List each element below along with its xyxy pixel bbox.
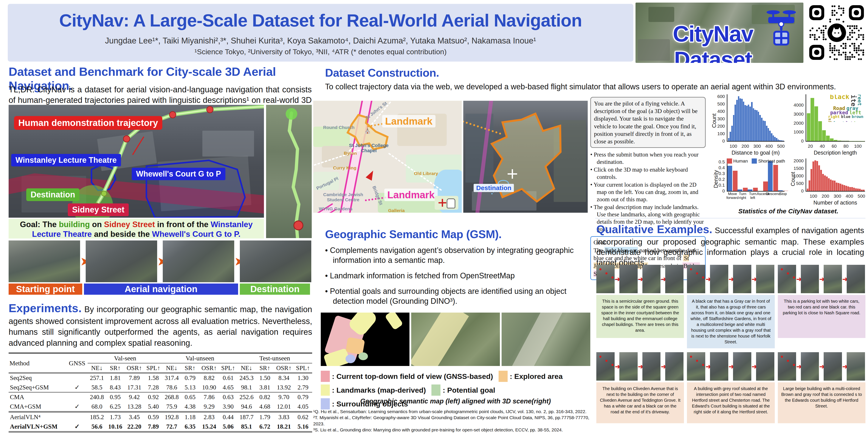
value-cell: 6.25 xyxy=(106,402,124,412)
series-bar xyxy=(727,166,732,191)
x-axis-label: Distance to goal (m) xyxy=(727,150,784,156)
x-tick-label: 200 xyxy=(741,144,749,149)
value-cell: 0.63 xyxy=(219,392,237,402)
y-tick-label: 0.2 xyxy=(719,177,725,182)
red-dot xyxy=(787,272,789,275)
qualitative-thumb xyxy=(801,265,819,293)
map-place-label: Curry King xyxy=(333,165,356,170)
strip-trajectory-overlay xyxy=(266,105,312,238)
red-arrow-icon: ➔ xyxy=(638,275,642,283)
y-tick-label: 0 xyxy=(801,138,804,144)
y-tick-label: 400 xyxy=(717,109,725,114)
red-dot xyxy=(606,272,608,275)
qualitative-card: ➔➔➔This is a parking lot with two white … xyxy=(778,265,865,348)
histogram-bar xyxy=(771,133,772,141)
y-tick-label: 3000 xyxy=(794,112,804,117)
word-cloud: buildingcarparkingblackwhiteStreetRoadgr… xyxy=(827,95,865,122)
qualitative-thumbs: ➔➔➔ xyxy=(596,265,684,293)
red-dot xyxy=(696,272,698,275)
experiments-heading: Experiments. xyxy=(9,302,82,314)
table-row: Human9.189.3196.4060.179.488.3995.5462.6… xyxy=(9,432,312,434)
map-controls[interactable] xyxy=(435,196,458,210)
histogram-bar xyxy=(832,180,834,191)
red-dot xyxy=(787,360,789,362)
histogram-bar xyxy=(730,132,731,141)
value-cell: 8.43 xyxy=(106,382,124,392)
qualitative-thumb xyxy=(665,265,683,293)
histogram-bar xyxy=(843,185,845,191)
value-cell: 58.5 xyxy=(88,382,106,392)
scene-destination-label: Destination xyxy=(474,184,514,192)
dataset-statistics: 0100200300400500600100200300400500Distan… xyxy=(709,90,868,215)
histogram-bar xyxy=(764,121,766,141)
strip-path xyxy=(289,113,299,238)
qualitative-caption: This is a semicircular green ground. thi… xyxy=(596,295,684,338)
method-cell: Seq2Seq xyxy=(9,373,66,383)
legend-swatch xyxy=(727,158,732,164)
value-cell: 4.05 xyxy=(294,402,312,412)
metric-header: SPL↑ xyxy=(219,363,237,373)
word-cloud-word: blue xyxy=(841,115,850,118)
poster: CityNav: A Large-Scale Dataset for Real-… xyxy=(0,0,868,434)
reference-line: ²T. Miyanishi et al., CityRefer: Geograp… xyxy=(313,414,599,427)
goal-banner: Goal: The building on Sidney Street in f… xyxy=(9,219,264,239)
sim-instruction-item: Your current location is displayed on th… xyxy=(590,181,706,203)
map-place-label: Cambridge Jewish Student Centre xyxy=(320,192,366,203)
qualitative-caption: Large beige building with a multi-colore… xyxy=(778,382,865,423)
text-segment: in front of the xyxy=(155,220,211,229)
qualitative-thumb xyxy=(665,352,683,381)
value-cell: 0.95 xyxy=(106,392,124,402)
histogram-bar xyxy=(818,121,822,141)
histogram-bar xyxy=(826,177,828,191)
legend-label: : Landmarks (map-derived) xyxy=(332,386,426,394)
destination-label: Destination xyxy=(26,188,80,201)
legend-label: Shortest path xyxy=(758,158,785,164)
histogram-bar xyxy=(849,187,851,191)
value-cell: 10.16 xyxy=(106,422,124,432)
hand-icon[interactable] xyxy=(447,198,455,208)
teaser-figure: Human demonstration trajectory Winstanle… xyxy=(9,105,264,218)
right-arrow-icon: ➤ xyxy=(80,241,86,282)
section-heading-dataset-construction: Dataset Construction. xyxy=(325,66,670,79)
red-dot xyxy=(793,276,795,279)
qualitative-thumb xyxy=(619,352,638,381)
red-arrow-icon: ➔ xyxy=(615,363,619,370)
histogram-bar xyxy=(773,135,774,141)
histogram-bar xyxy=(759,115,761,141)
metric-header: SR↑ xyxy=(181,363,199,373)
red-dot xyxy=(690,355,692,358)
histogram-bar xyxy=(741,99,743,141)
qualitative-thumbs: ➔➔➔ xyxy=(596,352,684,381)
red-dot xyxy=(702,276,704,279)
map-place-label: WYNG Gardens xyxy=(319,206,352,211)
value-cell: 0.61 xyxy=(219,373,237,383)
series-bar xyxy=(763,182,768,191)
landmark-label-magenta: Landmark xyxy=(384,189,438,201)
y-tick-label: 500 xyxy=(717,101,725,106)
value-cell: 185.2 xyxy=(88,412,106,422)
aerial-patch xyxy=(648,7,674,22)
histogram-bar xyxy=(763,121,764,141)
pipeline-thumb-4 xyxy=(240,241,311,282)
category-label: Stop xyxy=(776,192,790,196)
value-cell: 85.1 xyxy=(237,422,255,432)
value-cell: 75.9 xyxy=(162,402,181,412)
qualitative-thumb xyxy=(733,352,751,381)
x-axis-label: Description length xyxy=(806,150,865,156)
pan-icon[interactable] xyxy=(438,199,446,207)
chart-legend: HumanShortest path xyxy=(727,158,785,164)
value-cell: 57.04 xyxy=(294,432,312,434)
gnss-cell: ✓ xyxy=(66,402,88,412)
method-header: Method xyxy=(9,353,66,373)
sim-instructions-list: Press the submit button when you reach y… xyxy=(590,151,706,233)
metric-header: NE↓ xyxy=(237,363,255,373)
histogram-bar xyxy=(738,96,740,141)
gsm-bullet-list: Complements navigation agent’s observati… xyxy=(325,245,598,312)
qualitative-thumb xyxy=(687,265,705,293)
histogram-bar xyxy=(855,188,857,191)
histogram-bar xyxy=(810,98,814,141)
table-row: AerialVLN+GSM✓56.610.1622.207.8972.76.35… xyxy=(9,422,312,432)
red-arrow-icon: ➔ xyxy=(819,363,824,370)
gsm-caption: Geographic semantic map (left) aligned w… xyxy=(321,397,590,405)
simulator-2d-map: ⛪ Landmark Landmark St John's College Ch… xyxy=(313,101,462,213)
